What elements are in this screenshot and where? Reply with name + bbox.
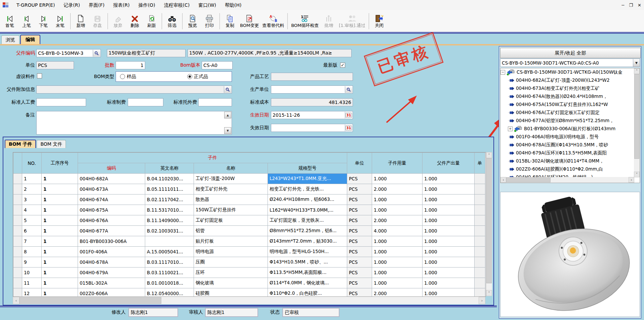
cell-code[interactable]: 004H0-673A bbox=[78, 184, 145, 194]
view-substitute-button[interactable]: AB查看替代料 bbox=[260, 13, 286, 29]
cell-code[interactable]: 004H0-679A bbox=[78, 268, 145, 278]
cell-code[interactable]: 004H0-676A bbox=[78, 215, 145, 226]
table-vertical-scrollbar[interactable]: ˄ ˅ bbox=[486, 152, 492, 296]
table-horizontal-scrollbar[interactable]: ‹ › bbox=[13, 297, 485, 304]
row-selector[interactable] bbox=[13, 288, 22, 297]
filter-button[interactable]: 筛选 bbox=[164, 13, 180, 29]
cell-en-name[interactable]: B.02.1117042... bbox=[145, 194, 194, 205]
next-record-button[interactable]: 下笔 bbox=[35, 13, 52, 29]
preview-button[interactable]: 预览 bbox=[184, 13, 201, 29]
tree-node[interactable]: 004H0-675A(150W工矿灯悬挂件)(L162*W bbox=[500, 101, 634, 109]
row-selector[interactable] bbox=[13, 247, 22, 257]
menu-item-interface[interactable]: 界面(F) bbox=[84, 0, 109, 10]
menu-item-operation[interactable]: 操作(O) bbox=[134, 0, 160, 10]
tree-node[interactable]: 004H0-682A(工矿灯-顶盖-200W)(L243*W2 bbox=[500, 76, 634, 84]
cell-code[interactable]: 004H0-675A bbox=[78, 205, 145, 215]
scroll-down-icon[interactable]: ˅ bbox=[486, 290, 492, 296]
cell-spec[interactable]: Φ143*H10.5MM，喷砂、... bbox=[268, 257, 347, 268]
row-selector[interactable] bbox=[13, 236, 22, 247]
cell-name[interactable]: 相变工矿灯外壳 bbox=[194, 184, 268, 194]
tab-browse[interactable]: 浏览 bbox=[1, 35, 19, 44]
cell-code[interactable]: 004H0-674A bbox=[78, 194, 145, 205]
menu-item-process-audit[interactable]: 流程审核(C) bbox=[160, 0, 194, 10]
cell-code[interactable]: 004H0-682A bbox=[78, 174, 145, 184]
menu-item-t-group-erp[interactable]: T-GROUP ERP(E) bbox=[12, 0, 59, 10]
row-selector[interactable] bbox=[13, 194, 22, 205]
tree-node[interactable]: 004H0-679A(压环)(Φ113.5*H5MM,表面阳 bbox=[500, 149, 634, 157]
cell-spec[interactable]: 相变工矿灯外壳，亚光铁... bbox=[268, 184, 347, 194]
lookup-icon[interactable] bbox=[224, 86, 231, 93]
print-button[interactable]: 打印 bbox=[201, 13, 218, 29]
refresh-button[interactable]: 刷新 bbox=[143, 13, 160, 29]
scroll-down-icon[interactable]: ˅ bbox=[634, 172, 640, 177]
cell-spec[interactable]: 工矿灯固定板，亚光铁灰... bbox=[268, 215, 347, 226]
row-selector[interactable] bbox=[13, 257, 22, 268]
cell-code[interactable]: 004H0-677A bbox=[78, 226, 145, 236]
cell-code[interactable]: 015BL-302A bbox=[78, 278, 145, 288]
extra-header[interactable]: 单 bbox=[475, 153, 485, 174]
no-header[interactable]: NO. bbox=[22, 153, 42, 174]
scroll-left-icon[interactable]: ‹ bbox=[13, 297, 19, 304]
cell-en-name[interactable]: B.05.1111011... bbox=[145, 184, 194, 194]
cell-spec[interactable]: Ø143mm*T2.0mm，贴3030... bbox=[268, 236, 347, 247]
outsource-cost-field[interactable] bbox=[198, 98, 232, 106]
cell-en-name[interactable]: B.12.0540000... bbox=[145, 288, 194, 297]
cell-name[interactable]: 150W工矿灯悬挂件 bbox=[194, 205, 268, 215]
cell-name[interactable]: 散热器 bbox=[194, 194, 268, 205]
tree-node[interactable]: 015BL-302A(钢化玻璃)(Ø114*T4.0MM， bbox=[500, 157, 634, 165]
window-restore-button[interactable]: ❐ bbox=[629, 3, 633, 8]
lookup-icon[interactable] bbox=[93, 50, 100, 57]
mfg-cost-field[interactable] bbox=[128, 98, 163, 106]
tree-node[interactable]: 004H0-673A(相变工矿灯外壳)(相变工矿 bbox=[500, 84, 634, 93]
row-selector[interactable] bbox=[13, 174, 22, 184]
scroll-up-icon[interactable]: ˄ bbox=[486, 152, 492, 158]
cell-en-name[interactable]: B.03.1110021... bbox=[145, 268, 194, 278]
latest-version-checkbox[interactable]: ✓ bbox=[340, 63, 345, 68]
tree-node[interactable]: 004H0-678A(压圈)(Φ143*H10.5MM，喷砂 bbox=[500, 141, 634, 149]
delete-button[interactable]: 删除 bbox=[126, 13, 143, 29]
cell-spec[interactable]: Φ110*Φ2.0，白色硅胶... bbox=[268, 288, 347, 297]
cell-en-name[interactable]: B.11.1409000... bbox=[145, 215, 194, 226]
cell-spec[interactable]: 明纬电源，型号HLG-150H... bbox=[268, 247, 347, 257]
scroll-right-icon[interactable]: › bbox=[629, 177, 634, 183]
expand-toggle-icon[interactable]: + bbox=[508, 127, 513, 131]
cell-spec[interactable]: Ø114*T4.0MM，钢化玻璃... bbox=[268, 278, 347, 288]
expire-date-field[interactable]: 31 bbox=[271, 124, 353, 132]
row-selector[interactable] bbox=[13, 268, 22, 278]
cell-name[interactable]: 明纬电源 bbox=[194, 247, 268, 257]
cell-en-name[interactable]: B.01.0010018... bbox=[145, 278, 194, 288]
last-record-button[interactable]: 末笔 bbox=[52, 13, 69, 29]
cell-en-name[interactable]: A.15.0005041... bbox=[145, 247, 194, 257]
code-header[interactable]: 编码 bbox=[78, 163, 145, 174]
spec-header[interactable]: 规格型号 bbox=[268, 163, 347, 174]
cell-en-name[interactable]: B.04.1102030... bbox=[145, 174, 194, 184]
scroll-right-icon[interactable]: › bbox=[479, 297, 485, 304]
tab-edit[interactable]: 编辑 bbox=[20, 35, 40, 44]
lookup-icon[interactable] bbox=[345, 86, 352, 93]
effective-date-field[interactable]: 2015-11-26 31 bbox=[271, 111, 353, 119]
tab-bom-children[interactable]: BOM 子件 bbox=[5, 140, 36, 148]
cell-name[interactable]: 工矿灯固定板 bbox=[194, 215, 268, 226]
unit-header[interactable]: 单位 bbox=[347, 153, 372, 174]
memo-scroll-down-icon[interactable]: ▼ bbox=[224, 127, 231, 134]
tree-node[interactable]: 002Z0-606A(硅胶圈)(Φ110*Φ2.0mm,白 bbox=[500, 165, 634, 173]
bom-type-formal[interactable]: 正式品 bbox=[187, 74, 208, 80]
collapse-toggle-icon[interactable]: − bbox=[500, 70, 505, 75]
cell-en-name[interactable]: B.03.1117010... bbox=[145, 257, 194, 268]
expand-collapse-all-button[interactable]: 展开/收起 全部 bbox=[500, 48, 641, 58]
copy-button[interactable]: 复制 bbox=[222, 13, 238, 29]
window-close-button[interactable]: ✕ bbox=[638, 3, 641, 8]
cell-spec[interactable]: Ø240.4*H108mm，铝6063... bbox=[268, 194, 347, 205]
tree-node[interactable]: 004H0-676A(工矿灯固定板)(工矿灯固定 bbox=[500, 109, 634, 117]
tree-node[interactable]: −CS-BYB-0-150MW-30D71-WCTKG-A0(150W钛金 bbox=[500, 68, 634, 76]
window-minimize-button[interactable]: ─ bbox=[622, 3, 625, 8]
row-selector[interactable] bbox=[13, 226, 22, 236]
cell-code[interactable]: 001F0-406A bbox=[78, 247, 145, 257]
memo-scroll-up-icon[interactable]: ▲ bbox=[224, 112, 231, 118]
cell-name[interactable]: 压环 bbox=[194, 268, 268, 278]
cell-name[interactable]: 压圈 bbox=[194, 257, 268, 268]
prev-record-button[interactable]: 上笔 bbox=[18, 13, 35, 29]
seq-header[interactable]: 工序序号 bbox=[42, 153, 78, 174]
bom-loop-check-button[interactable]: 1BOM循环检查 bbox=[289, 13, 320, 29]
chevron-down-icon[interactable]: ▼ bbox=[633, 59, 640, 67]
